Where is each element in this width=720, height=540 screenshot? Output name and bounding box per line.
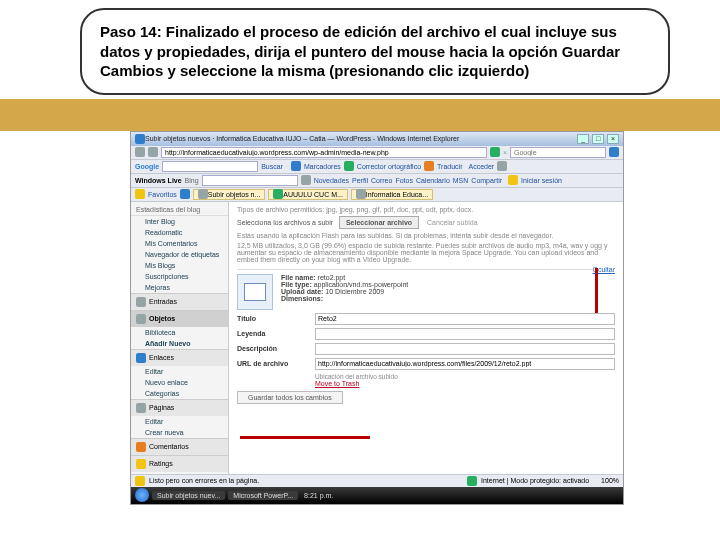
windows-taskbar: Subir objetos nuev... Microsoft PowerP..… <box>131 487 623 504</box>
lb-correo[interactable]: Correo <box>371 177 392 184</box>
lb-perfil[interactable]: Perfil <box>352 177 368 184</box>
star-icon <box>136 459 146 469</box>
side-editar-pag[interactable]: Editar <box>131 416 228 427</box>
tb-traducir[interactable]: Traducir <box>437 163 462 170</box>
forward-icon[interactable] <box>148 147 158 157</box>
window-titlebar: Subir objetos nuevos · Informatica Educa… <box>131 132 623 146</box>
side-paginas-label: Páginas <box>149 404 174 411</box>
key-icon <box>508 175 518 185</box>
side-ratings[interactable]: Ratings <box>131 455 228 472</box>
side-entradas[interactable]: Entradas <box>131 293 228 310</box>
minimize-icon[interactable]: _ <box>577 134 589 144</box>
task-btn-1-label: Subir objetos nuev... <box>157 492 220 499</box>
side-comentarios-label: Comentarios <box>149 443 189 450</box>
side-blog-stats[interactable]: Estadísticas del blog <box>131 204 228 216</box>
tab-2[interactable]: Informatica Educa... <box>351 189 433 200</box>
side-suscrip[interactable]: Suscripciones <box>131 271 228 282</box>
lb-fotos[interactable]: Fotos <box>395 177 413 184</box>
side-readomatic[interactable]: Readomatic <box>131 227 228 238</box>
status-bar: Listo pero con errores en la página. Int… <box>131 474 623 487</box>
task-btn-1[interactable]: Subir objetos nuev... <box>152 491 225 500</box>
translate-icon[interactable] <box>424 161 434 171</box>
maximize-icon[interactable]: □ <box>592 134 604 144</box>
side-interblog[interactable]: Inter Blog <box>131 216 228 227</box>
bing-search-input[interactable] <box>202 175 298 186</box>
window-controls[interactable]: _ □ × <box>576 134 619 144</box>
url-input-field[interactable] <box>315 358 615 370</box>
side-mejoras[interactable]: Mejoras <box>131 282 228 293</box>
refresh-icon[interactable] <box>490 147 500 157</box>
link-icon <box>136 353 146 363</box>
favorites-icon[interactable] <box>135 189 145 199</box>
tb-acceder[interactable]: Acceder <box>468 163 494 170</box>
search-input[interactable] <box>510 147 606 158</box>
wrench-icon[interactable] <box>497 161 507 171</box>
google-logo: Google <box>135 163 159 170</box>
allowed-types: Tipos de archivo permitidos: jpg, jpeg, … <box>237 206 615 213</box>
lb-compartir[interactable]: Compartir <box>471 177 502 184</box>
side-enlaces[interactable]: Enlaces <box>131 349 228 366</box>
url-input[interactable] <box>161 147 487 158</box>
google-toolbar: Google Buscar · Marcadores Corrector ort… <box>131 160 623 174</box>
start-orb-icon[interactable] <box>135 488 149 502</box>
bing-search-icon[interactable] <box>301 175 311 185</box>
cancel-upload-button[interactable]: Cancelar subida <box>421 217 484 228</box>
file-details: File name: reto2.ppt File type: applicat… <box>237 269 592 310</box>
save-changes-button[interactable]: Guardar todos los cambios <box>237 391 343 404</box>
side-objetos-label: Objetos <box>149 315 175 322</box>
move-trash-link[interactable]: Move to Trash <box>315 380 359 387</box>
browser-window: Subir objetos nuevos · Informatica Educa… <box>130 131 624 505</box>
side-paginas[interactable]: Páginas <box>131 399 228 416</box>
file-name-label: File name: <box>281 274 316 281</box>
side-editar-enl[interactable]: Editar <box>131 366 228 377</box>
side-mis-blogs[interactable]: Mis Blogs <box>131 260 228 271</box>
titulo-input[interactable] <box>315 313 615 325</box>
file-meta: File name: reto2.ppt File type: applicat… <box>281 274 408 310</box>
favorites-label[interactable]: Favoritos <box>148 191 177 198</box>
descripcion-input[interactable] <box>315 343 615 355</box>
tab-2-label: Informatica Educa... <box>366 191 428 198</box>
lb-calendario[interactable]: Calendario <box>416 177 450 184</box>
wp-content: Estadísticas del blog Inter Blog Readoma… <box>131 202 623 474</box>
spellcheck-icon[interactable] <box>344 161 354 171</box>
tab-0[interactable]: Subir objetos n... <box>193 189 266 200</box>
tab-icon <box>273 189 283 199</box>
back-icon[interactable] <box>135 147 145 157</box>
tab-1[interactable]: AUUULU CUC M... <box>268 189 348 200</box>
lb-msn[interactable]: MSN <box>453 177 469 184</box>
lb-iniciar[interactable]: Iniciar sesión <box>521 177 562 184</box>
ie-icon <box>135 134 145 144</box>
close-icon[interactable]: × <box>607 134 619 144</box>
media-icon <box>136 314 146 324</box>
bookmarks-icon[interactable] <box>291 161 301 171</box>
side-mis-coment[interactable]: Mis Comentarios <box>131 238 228 249</box>
upload-date-label: Upload date: <box>281 288 323 295</box>
select-file-button[interactable]: Seleccionar archivo <box>339 216 419 229</box>
clock: 8:21 p.m. <box>304 492 333 499</box>
tb-marcadores[interactable]: Marcadores <box>304 163 341 170</box>
side-nav-etiq[interactable]: Navegador de etiquetas <box>131 249 228 260</box>
side-nuevo-enl[interactable]: Nuevo enlace <box>131 377 228 388</box>
side-objetos[interactable]: Objetos <box>131 310 228 327</box>
leyenda-input[interactable] <box>315 328 615 340</box>
instruction-text: Paso 14: Finalizado el proceso de edició… <box>100 23 620 79</box>
lb-novedades[interactable]: Novedades <box>314 177 349 184</box>
dimensions-label: Dimensions: <box>281 295 323 302</box>
task-btn-2[interactable]: Microsoft PowerP... <box>228 491 298 500</box>
google-search-input[interactable] <box>162 161 258 172</box>
side-crear-pag[interactable]: Crear nueva <box>131 427 228 438</box>
task-btn-2-label: Microsoft PowerP... <box>233 492 293 499</box>
search-icon[interactable] <box>609 147 619 157</box>
tb-corrector[interactable]: Corrector ortográfico <box>357 163 421 170</box>
feed-icon[interactable] <box>180 189 190 199</box>
red-underline-annotation <box>240 436 370 439</box>
tb-buscar[interactable]: Buscar <box>261 163 283 170</box>
side-comentarios[interactable]: Comentarios <box>131 438 228 455</box>
side-anadir[interactable]: Añadir Nuevo <box>131 338 228 349</box>
side-biblioteca[interactable]: Biblioteca <box>131 327 228 338</box>
wp-main: Tipos de archivo permitidos: jpg, jpeg, … <box>229 202 623 474</box>
upload-date: 10 Diciembre 2009 <box>325 288 384 295</box>
window-title: Subir objetos nuevos · Informatica Educa… <box>145 135 459 142</box>
side-categ[interactable]: Categorías <box>131 388 228 399</box>
side-enlaces-label: Enlaces <box>149 354 174 361</box>
